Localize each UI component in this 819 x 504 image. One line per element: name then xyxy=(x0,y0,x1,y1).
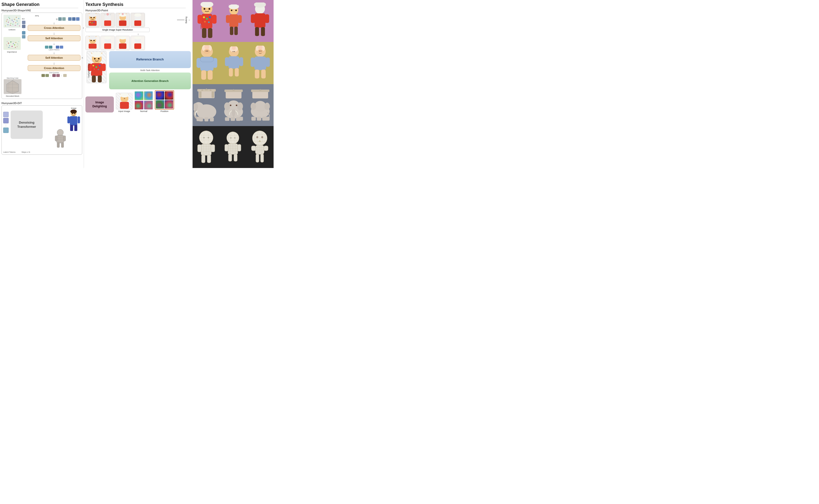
svg-rect-90 xyxy=(119,20,126,26)
svg-point-73 xyxy=(90,22,91,23)
render-figure-1 xyxy=(196,2,218,40)
svg-rect-216 xyxy=(251,57,255,67)
svg-point-212 xyxy=(257,49,263,54)
output-view-3 xyxy=(115,13,130,27)
dit-latent-tokens: ⋮ xyxy=(3,112,9,133)
svg-rect-155 xyxy=(197,15,202,24)
steps-label: Steps x N xyxy=(21,151,30,153)
svg-rect-134 xyxy=(92,75,96,82)
svg-rect-178 xyxy=(265,14,269,23)
svg-point-6 xyxy=(8,22,9,23)
arrow-down-4: ↓ xyxy=(28,51,80,55)
svg-point-92 xyxy=(122,13,124,15)
uniform-point-cloud-svg xyxy=(3,15,21,28)
svg-rect-297 xyxy=(238,144,241,151)
delighted-image-col: Delighted Image xyxy=(85,51,108,89)
baking-label: Baking xyxy=(185,17,187,23)
texture-synthesis-title: Texture Synthesis xyxy=(85,2,191,7)
input-char-svg xyxy=(116,93,132,110)
svg-point-147 xyxy=(203,8,205,10)
svg-point-253 xyxy=(254,101,266,112)
pig-figure-1 xyxy=(196,45,218,81)
svg-rect-276 xyxy=(197,145,201,152)
mid-view-3 xyxy=(115,36,130,50)
self-attention-1: Self Attention xyxy=(28,35,80,41)
cross-attention-2: Cross Attention xyxy=(28,65,80,71)
denoising-transformer-box: Denoising Transformer xyxy=(11,111,43,139)
svg-point-53 xyxy=(72,113,73,114)
generation-branch-box: Attention Generation Branch xyxy=(109,73,191,90)
svg-point-125 xyxy=(98,58,99,59)
svg-rect-51 xyxy=(67,116,70,123)
svg-point-129 xyxy=(99,65,100,66)
svg-point-29 xyxy=(7,41,7,42)
svg-point-127 xyxy=(93,65,94,66)
render-figure-2 xyxy=(225,4,243,38)
svg-rect-279 xyxy=(207,155,211,163)
attention-blocks-area: FPS Q ⋮ xyxy=(28,15,80,77)
position-3 xyxy=(156,100,164,109)
dit-image-area: Image xyxy=(67,107,80,135)
svg-point-98 xyxy=(134,13,141,17)
dit-container: Hunyuan3D-DiT Image xyxy=(1,102,82,155)
svg-point-54 xyxy=(74,113,75,114)
middle-panel: Texture Synthesis Hunyuan3D-Paint xyxy=(84,0,192,168)
arrow-down-1: ↓ xyxy=(28,21,80,25)
svg-rect-158 xyxy=(208,28,213,38)
fps-q-row: FPS xyxy=(28,15,80,17)
normal-4 xyxy=(144,101,153,110)
svg-rect-21 xyxy=(3,37,21,50)
x16-label: x 16 xyxy=(82,56,84,59)
point-cloud-area: Uniform xyxy=(3,15,21,53)
shape-vae-box: Uniform xyxy=(1,13,82,99)
output-char-2-svg xyxy=(101,13,114,27)
svg-rect-113 xyxy=(119,43,126,49)
svg-point-288 xyxy=(234,137,236,139)
elephant-figure-3 xyxy=(248,89,273,121)
uniform-group: Uniform xyxy=(3,15,21,31)
mid-view-2 xyxy=(100,36,115,50)
svg-rect-233 xyxy=(210,117,214,121)
output-view-2 xyxy=(100,13,115,27)
svg-point-22 xyxy=(8,43,9,44)
paint-subtitle: Hunyuan3D-Paint xyxy=(85,9,191,12)
grid-query-blocks: ⋮ ⋮ xyxy=(28,74,80,77)
svg-rect-234 xyxy=(196,117,200,121)
delighted-image-label: Delighted Image xyxy=(88,63,90,77)
svg-rect-71 xyxy=(89,21,96,26)
output-view-4 xyxy=(131,13,145,27)
arrow-sisr-down: ↓ xyxy=(85,33,191,36)
svg-point-78 xyxy=(89,13,96,17)
svg-point-8 xyxy=(13,21,14,22)
normal-3 xyxy=(134,101,143,110)
render-row-pink xyxy=(192,0,274,42)
svg-rect-180 xyxy=(261,27,265,36)
render-row-dark xyxy=(192,126,274,168)
position-4 xyxy=(165,100,173,109)
uniform-label: Uniform xyxy=(3,29,21,31)
svg-point-47 xyxy=(70,110,77,113)
svg-rect-48 xyxy=(70,116,77,126)
svg-rect-117 xyxy=(134,43,141,49)
denoising-label: Denoising Transformer xyxy=(11,121,43,129)
svg-point-18 xyxy=(19,26,20,26)
svg-point-76 xyxy=(91,17,92,18)
svg-point-105 xyxy=(94,40,95,41)
svg-rect-58 xyxy=(55,136,57,141)
svg-rect-149 xyxy=(201,14,213,29)
svg-rect-259 xyxy=(266,117,270,121)
svg-point-85 xyxy=(106,13,109,16)
shape-vae-subtitle: Hunyuan3D-ShapeVAE xyxy=(1,9,82,12)
main-container: Shape Generation Hunyuan3D-ShapeVAE xyxy=(0,0,274,168)
svg-point-32 xyxy=(15,47,16,48)
wire-figure-1 xyxy=(196,130,216,164)
output-char-4-svg xyxy=(131,13,145,27)
svg-point-267 xyxy=(203,137,205,138)
elephant-figure-1 xyxy=(193,88,220,122)
svg-rect-189 xyxy=(200,57,214,71)
mid-char-4-svg xyxy=(131,36,145,50)
normal-grid xyxy=(134,91,153,110)
position-group: Position xyxy=(155,90,174,112)
svg-point-188 xyxy=(207,51,208,52)
latent-tokens-label: Latent Tokens xyxy=(28,49,80,51)
